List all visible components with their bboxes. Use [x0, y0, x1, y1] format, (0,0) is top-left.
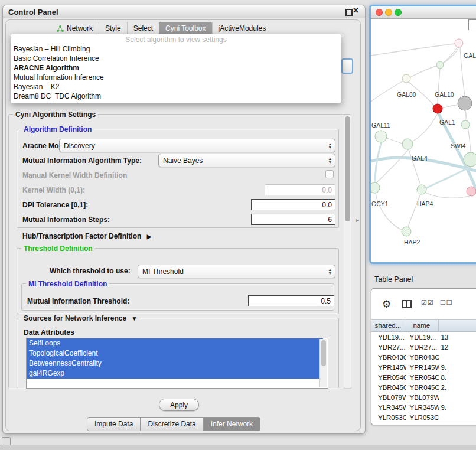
network-edge[interactable] — [425, 167, 470, 189]
select-all-icon[interactable]: ☑☑ — [421, 299, 434, 306]
tab-infer-network[interactable]: Infer Network — [203, 417, 260, 431]
network-node[interactable] — [402, 139, 413, 149]
tab-style[interactable]: Style — [99, 22, 127, 35]
tab-impute-data[interactable]: Impute Data — [87, 417, 141, 431]
collapse-down-icon[interactable]: ▼ — [131, 315, 137, 322]
which-threshold-select[interactable]: MI Threshold ▲▼ — [138, 265, 335, 278]
gear-icon[interactable]: ⚙ — [382, 298, 391, 311]
mi-threshold-group-title: MI Threshold Definition — [26, 280, 109, 288]
network-node[interactable] — [467, 187, 476, 196]
column-header[interactable] — [439, 320, 476, 331]
mi-steps-field[interactable] — [251, 214, 335, 225]
network-node[interactable] — [464, 152, 476, 167]
close-icon[interactable]: ✕ — [353, 6, 359, 15]
splitter-collapse-icon[interactable]: ▸ — [356, 217, 359, 223]
table-row[interactable]: YER054CYER054C8. — [371, 373, 476, 383]
network-edge[interactable] — [376, 149, 409, 183]
network-window-titlebar[interactable] — [371, 6, 476, 19]
dpi-tolerance-field[interactable] — [251, 199, 335, 210]
network-edge[interactable] — [413, 113, 438, 141]
tab-discretize-data[interactable]: Discretize Data — [140, 417, 203, 431]
deselect-all-icon[interactable]: ☐☐ — [440, 299, 453, 306]
table-row[interactable]: YPR145WYPR145W9. — [371, 363, 476, 373]
network-node[interactable] — [433, 104, 442, 113]
control-panel-title: Control Panel — [8, 8, 58, 17]
kernel-width-field[interactable] — [265, 184, 335, 195]
network-node[interactable] — [455, 39, 463, 47]
network-edge[interactable] — [375, 142, 382, 184]
network-edge[interactable] — [387, 138, 402, 144]
attribute-list-item[interactable]: TopologicalCoefficient — [27, 348, 323, 358]
network-node[interactable] — [461, 120, 470, 129]
network-node[interactable] — [436, 61, 444, 69]
network-edge[interactable] — [371, 44, 455, 56]
algorithm-option[interactable]: Basic Correlation Inference — [11, 54, 341, 63]
network-edge[interactable] — [376, 193, 402, 230]
list-scrollbar-thumb[interactable] — [321, 340, 326, 366]
network-edge[interactable] — [465, 110, 471, 152]
table-row[interactable]: YBR045CYBR045C2. — [371, 383, 476, 393]
network-edge[interactable] — [438, 69, 440, 103]
apply-button[interactable]: Apply — [159, 399, 199, 411]
network-tab-icon — [57, 25, 64, 32]
data-attributes-list[interactable]: SelfLoopsTopologicalCoefficientBetweenne… — [26, 338, 328, 389]
table-row[interactable]: YBL079WYBL079W — [371, 393, 476, 403]
tab-label: Style — [105, 24, 121, 32]
table-body: YDL19...YDL19...13YDR27...YDR27...12YBR0… — [371, 332, 476, 423]
network-view-window[interactable]: GAL7GAL80GAL10GAL11GAL1SWI4GAL4GCY1HAP4H… — [369, 5, 476, 264]
tab-cyni-toolbox[interactable]: Cyni Toolbox — [159, 22, 211, 35]
table-row[interactable]: YBR043CYBR043C — [371, 353, 476, 363]
table-row[interactable]: YLR053CYLR053C — [371, 413, 476, 423]
aracne-mode-select[interactable]: Discovery ▲▼ — [59, 139, 335, 152]
dropdown-arrows-icon: ▲▼ — [328, 142, 335, 149]
close-traffic-light[interactable] — [376, 9, 383, 16]
tab-select[interactable]: Select — [127, 22, 159, 35]
settings-scrollbar-thumb[interactable] — [345, 116, 350, 221]
expand-right-icon[interactable]: ▶ — [147, 233, 152, 240]
manual-kernel-checkbox[interactable] — [325, 170, 334, 178]
algorithm-option[interactable]: Bayesian – K2 — [11, 82, 341, 92]
bottom-strip — [0, 445, 476, 450]
attribute-list-item[interactable]: SelfLoops — [27, 338, 323, 348]
network-edge[interactable] — [426, 193, 471, 198]
hub-section-label[interactable]: Hub/Transcription Factor Definition ▶ — [22, 232, 151, 240]
tab-network[interactable]: Network — [51, 22, 99, 35]
network-edge[interactable] — [442, 105, 458, 108]
table-cell: YLR053C — [371, 413, 406, 423]
table-row[interactable]: YDL19...YDL19...13 — [371, 332, 476, 343]
network-node[interactable] — [458, 96, 472, 110]
overview-widget[interactable] — [468, 19, 476, 30]
attribute-list-item[interactable]: BetweennessCentrality — [27, 358, 323, 369]
list-scrollbar[interactable] — [319, 339, 327, 387]
network-node[interactable] — [417, 185, 426, 194]
minimize-traffic-light[interactable] — [385, 9, 392, 16]
network-node[interactable] — [375, 131, 387, 142]
table-row[interactable]: YDR27...YDR27...12 — [371, 343, 476, 353]
dropdown-arrows-icon: ▲▼ — [328, 268, 335, 275]
column-header[interactable]: shared... — [371, 320, 405, 331]
table-cell: YDL19... — [406, 332, 440, 343]
zoom-traffic-light[interactable] — [395, 9, 402, 16]
table-cell: YLR345W — [406, 403, 440, 413]
network-edge[interactable] — [408, 194, 420, 227]
mi-type-select[interactable]: Naive Bayes ▲▼ — [158, 154, 335, 167]
column-header[interactable]: name — [405, 320, 439, 331]
float-window-icon[interactable] — [345, 9, 353, 16]
algorithm-option[interactable]: Mutual Information Inference — [11, 73, 341, 82]
network-canvas[interactable]: GAL7GAL80GAL10GAL11GAL1SWI4GAL4GCY1HAP4H… — [371, 19, 476, 260]
mi-threshold-field[interactable] — [248, 295, 334, 306]
tab-jactivemodules[interactable]: jActiveModules — [212, 22, 272, 35]
show-columns-icon[interactable] — [402, 300, 412, 308]
algorithm-select-stub[interactable] — [341, 58, 353, 74]
table-row[interactable]: YLR345WYLR345W9. — [371, 403, 476, 413]
algorithm-option[interactable]: Bayesian – Hill Climbing — [11, 44, 341, 54]
attribute-list-item[interactable]: gal4RGexp — [27, 369, 323, 379]
algorithm-popup-placeholder: Select algorithm to view settings — [11, 35, 341, 44]
algorithm-option[interactable]: ARACNE Algorithm — [11, 63, 341, 73]
node-label: HAP2 — [404, 239, 420, 246]
network-node[interactable] — [402, 227, 411, 236]
network-node[interactable] — [402, 74, 410, 83]
algorithm-option[interactable]: Dream8 DC_TDC Algorithm — [11, 92, 341, 101]
network-node[interactable] — [371, 182, 380, 193]
sources-section-title[interactable]: Sources for Network Inference ▼ — [21, 314, 139, 322]
